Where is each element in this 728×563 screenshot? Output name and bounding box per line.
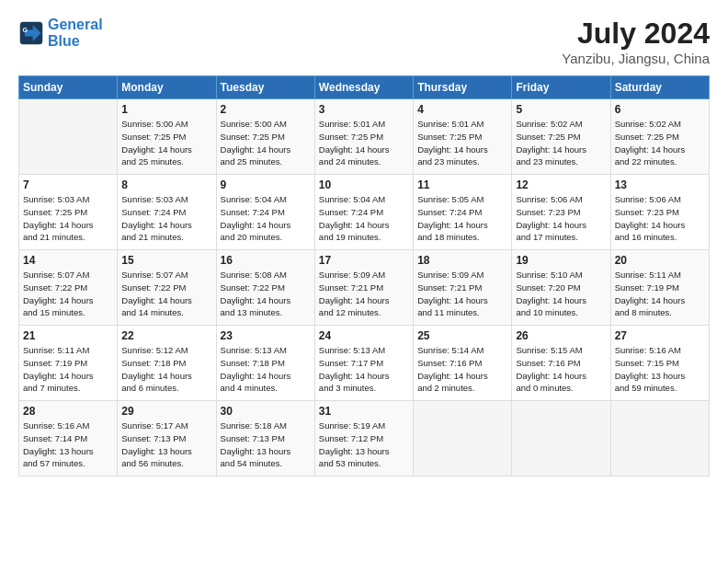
- logo-icon: G: [18, 20, 44, 46]
- day-info: Sunrise: 5:06 AM Sunset: 7:23 PM Dayligh…: [516, 193, 606, 244]
- day-number: 18: [417, 254, 507, 267]
- day-number: 9: [221, 178, 311, 191]
- week-row-3: 14Sunrise: 5:07 AM Sunset: 7:22 PM Dayli…: [19, 250, 710, 326]
- calendar-cell: 6Sunrise: 5:02 AM Sunset: 7:25 PM Daylig…: [610, 99, 709, 175]
- page: G GeneralBlue July 2024 Yanzibu, Jiangsu…: [0, 0, 728, 563]
- logo-line1: General: [48, 17, 103, 32]
- svg-text:G: G: [22, 27, 28, 33]
- day-number: 6: [615, 103, 705, 116]
- title-block: July 2024 Yanzibu, Jiangsu, China: [562, 17, 710, 66]
- day-info: Sunrise: 5:16 AM Sunset: 7:14 PM Dayligh…: [23, 419, 113, 470]
- day-number: 5: [516, 103, 606, 116]
- week-row-2: 7Sunrise: 5:03 AM Sunset: 7:25 PM Daylig…: [19, 175, 710, 250]
- calendar-cell: 3Sunrise: 5:01 AM Sunset: 7:25 PM Daylig…: [314, 99, 413, 175]
- calendar-cell: 14Sunrise: 5:07 AM Sunset: 7:22 PM Dayli…: [19, 250, 118, 326]
- calendar-cell: 29Sunrise: 5:17 AM Sunset: 7:13 PM Dayli…: [118, 401, 216, 477]
- calendar-cell: [610, 401, 709, 477]
- week-row-1: 1Sunrise: 5:00 AM Sunset: 7:25 PM Daylig…: [19, 99, 710, 175]
- calendar-cell: 15Sunrise: 5:07 AM Sunset: 7:22 PM Dayli…: [118, 250, 216, 326]
- day-number: 13: [615, 178, 705, 191]
- weekday-sunday: Sunday: [19, 76, 118, 99]
- day-info: Sunrise: 5:07 AM Sunset: 7:22 PM Dayligh…: [121, 269, 211, 319]
- day-info: Sunrise: 5:04 AM Sunset: 7:24 PM Dayligh…: [319, 193, 409, 244]
- day-number: 20: [615, 254, 705, 267]
- weekday-saturday: Saturday: [610, 76, 709, 99]
- weekday-thursday: Thursday: [414, 76, 512, 99]
- day-number: 15: [121, 254, 211, 267]
- day-info: Sunrise: 5:14 AM Sunset: 7:16 PM Dayligh…: [417, 344, 507, 395]
- day-number: 14: [23, 254, 113, 267]
- day-number: 11: [417, 178, 507, 191]
- day-number: 30: [221, 405, 311, 418]
- weekday-wednesday: Wednesday: [314, 76, 413, 99]
- day-number: 16: [221, 254, 311, 267]
- day-number: 22: [121, 329, 211, 342]
- weekday-header-row: SundayMondayTuesdayWednesdayThursdayFrid…: [19, 76, 710, 99]
- calendar-table: SundayMondayTuesdayWednesdayThursdayFrid…: [18, 75, 710, 477]
- day-info: Sunrise: 5:11 AM Sunset: 7:19 PM Dayligh…: [615, 269, 705, 319]
- calendar-cell: 7Sunrise: 5:03 AM Sunset: 7:25 PM Daylig…: [19, 175, 118, 250]
- day-info: Sunrise: 5:01 AM Sunset: 7:25 PM Dayligh…: [417, 118, 507, 168]
- day-info: Sunrise: 5:18 AM Sunset: 7:13 PM Dayligh…: [221, 419, 311, 470]
- calendar-cell: 17Sunrise: 5:09 AM Sunset: 7:21 PM Dayli…: [314, 250, 413, 326]
- day-number: 26: [516, 329, 606, 342]
- calendar-cell: 18Sunrise: 5:09 AM Sunset: 7:21 PM Dayli…: [414, 250, 512, 326]
- weekday-tuesday: Tuesday: [216, 76, 314, 99]
- day-number: 19: [516, 254, 606, 267]
- day-info: Sunrise: 5:00 AM Sunset: 7:25 PM Dayligh…: [221, 118, 311, 168]
- calendar-cell: 13Sunrise: 5:06 AM Sunset: 7:23 PM Dayli…: [610, 175, 709, 250]
- calendar-cell: 1Sunrise: 5:00 AM Sunset: 7:25 PM Daylig…: [118, 99, 216, 175]
- calendar-cell: 9Sunrise: 5:04 AM Sunset: 7:24 PM Daylig…: [216, 175, 314, 250]
- calendar-cell: 30Sunrise: 5:18 AM Sunset: 7:13 PM Dayli…: [216, 401, 314, 477]
- calendar-cell: 25Sunrise: 5:14 AM Sunset: 7:16 PM Dayli…: [414, 326, 512, 401]
- calendar-cell: 28Sunrise: 5:16 AM Sunset: 7:14 PM Dayli…: [19, 401, 118, 477]
- day-number: 28: [23, 405, 113, 418]
- week-row-4: 21Sunrise: 5:11 AM Sunset: 7:19 PM Dayli…: [19, 326, 710, 401]
- day-info: Sunrise: 5:05 AM Sunset: 7:24 PM Dayligh…: [417, 193, 507, 244]
- calendar-cell: 26Sunrise: 5:15 AM Sunset: 7:16 PM Dayli…: [512, 326, 610, 401]
- calendar-cell: [19, 99, 118, 175]
- day-info: Sunrise: 5:00 AM Sunset: 7:25 PM Dayligh…: [121, 118, 211, 168]
- calendar-cell: 2Sunrise: 5:00 AM Sunset: 7:25 PM Daylig…: [216, 99, 314, 175]
- header: G GeneralBlue July 2024 Yanzibu, Jiangsu…: [18, 17, 710, 66]
- weekday-monday: Monday: [118, 76, 216, 99]
- day-info: Sunrise: 5:10 AM Sunset: 7:20 PM Dayligh…: [516, 269, 606, 319]
- day-info: Sunrise: 5:03 AM Sunset: 7:25 PM Dayligh…: [23, 193, 113, 244]
- day-info: Sunrise: 5:06 AM Sunset: 7:23 PM Dayligh…: [615, 193, 705, 244]
- logo-text: GeneralBlue: [48, 17, 103, 49]
- calendar-cell: 16Sunrise: 5:08 AM Sunset: 7:22 PM Dayli…: [216, 250, 314, 326]
- day-number: 25: [417, 329, 507, 342]
- day-info: Sunrise: 5:13 AM Sunset: 7:17 PM Dayligh…: [319, 344, 409, 395]
- week-row-5: 28Sunrise: 5:16 AM Sunset: 7:14 PM Dayli…: [19, 401, 710, 477]
- day-info: Sunrise: 5:11 AM Sunset: 7:19 PM Dayligh…: [23, 344, 113, 395]
- day-number: 3: [319, 103, 409, 116]
- day-number: 21: [23, 329, 113, 342]
- day-number: 2: [221, 103, 311, 116]
- day-info: Sunrise: 5:09 AM Sunset: 7:21 PM Dayligh…: [319, 269, 409, 319]
- day-number: 29: [121, 405, 211, 418]
- main-title: July 2024: [562, 17, 710, 51]
- day-info: Sunrise: 5:15 AM Sunset: 7:16 PM Dayligh…: [516, 344, 606, 395]
- calendar-cell: 22Sunrise: 5:12 AM Sunset: 7:18 PM Dayli…: [118, 326, 216, 401]
- day-number: 27: [615, 329, 705, 342]
- day-info: Sunrise: 5:08 AM Sunset: 7:22 PM Dayligh…: [221, 269, 311, 319]
- day-number: 1: [121, 103, 211, 116]
- day-info: Sunrise: 5:07 AM Sunset: 7:22 PM Dayligh…: [23, 269, 113, 319]
- calendar-cell: 12Sunrise: 5:06 AM Sunset: 7:23 PM Dayli…: [512, 175, 610, 250]
- day-number: 8: [121, 178, 211, 191]
- calendar-cell: 20Sunrise: 5:11 AM Sunset: 7:19 PM Dayli…: [610, 250, 709, 326]
- day-number: 4: [417, 103, 507, 116]
- logo-line2: Blue: [48, 33, 80, 49]
- day-info: Sunrise: 5:12 AM Sunset: 7:18 PM Dayligh…: [121, 344, 211, 395]
- calendar-cell: 31Sunrise: 5:19 AM Sunset: 7:12 PM Dayli…: [314, 401, 413, 477]
- subtitle: Yanzibu, Jiangsu, China: [562, 51, 710, 66]
- calendar-cell: 21Sunrise: 5:11 AM Sunset: 7:19 PM Dayli…: [19, 326, 118, 401]
- calendar-cell: 4Sunrise: 5:01 AM Sunset: 7:25 PM Daylig…: [414, 99, 512, 175]
- weekday-friday: Friday: [512, 76, 610, 99]
- calendar-cell: [414, 401, 512, 477]
- day-number: 31: [319, 405, 409, 418]
- calendar-cell: [512, 401, 610, 477]
- calendar-cell: 27Sunrise: 5:16 AM Sunset: 7:15 PM Dayli…: [610, 326, 709, 401]
- day-info: Sunrise: 5:01 AM Sunset: 7:25 PM Dayligh…: [319, 118, 409, 168]
- calendar-cell: 24Sunrise: 5:13 AM Sunset: 7:17 PM Dayli…: [314, 326, 413, 401]
